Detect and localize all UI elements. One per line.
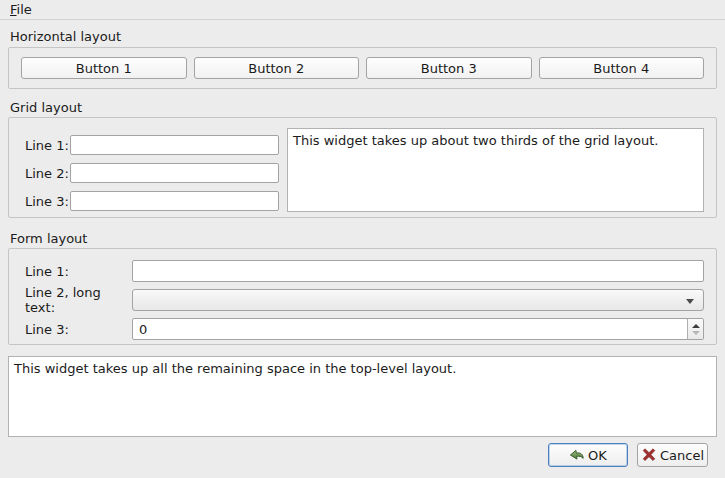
green-enter-arrow-icon <box>569 447 585 463</box>
grid-left-column: Line 1: Line 2: Line 3: <box>21 135 279 211</box>
form-line2-combobox[interactable] <box>132 289 704 311</box>
form-line2-label: Line 2, long text: <box>21 285 132 315</box>
form-line3-label: Line 3: <box>21 322 132 337</box>
dialog-button-row: OK Cancel <box>8 443 717 467</box>
menu-file-label: File <box>10 2 32 17</box>
spinbox-value[interactable] <box>133 319 687 339</box>
grid-line1-label: Line 1: <box>21 138 70 153</box>
groupbox-grid-layout: Line 1: Line 2: Line 3: This widget take… <box>8 117 717 218</box>
form-line1-input[interactable] <box>132 260 704 282</box>
cancel-button[interactable]: Cancel <box>637 443 708 467</box>
menu-file[interactable]: File <box>1 0 41 19</box>
grid-line1-input[interactable] <box>70 135 279 155</box>
form-line1-label: Line 1: <box>21 264 132 279</box>
grid-textedit[interactable]: This widget takes up about two thirds of… <box>287 128 704 212</box>
grid-line3-label: Line 3: <box>21 194 70 209</box>
button-1[interactable]: Button 1 <box>21 57 187 79</box>
menu-bar: File <box>0 0 725 20</box>
grid-row-1: Line 1: <box>21 135 279 155</box>
form-row-1: Line 1: <box>21 260 704 282</box>
button-2[interactable]: Button 2 <box>194 57 360 79</box>
spinbox-buttons <box>687 319 703 339</box>
grid-line3-input[interactable] <box>70 191 279 211</box>
chevron-down-icon <box>686 299 694 304</box>
grid-line2-input[interactable] <box>70 163 279 183</box>
button-4[interactable]: Button 4 <box>539 57 705 79</box>
form-row-2: Line 2, long text: <box>21 289 704 311</box>
form-line3-spinbox[interactable] <box>132 318 704 340</box>
form-row-3: Line 3: <box>21 318 704 340</box>
ok-button[interactable]: OK <box>548 443 628 467</box>
grid-line2-label: Line 2: <box>21 166 70 181</box>
button-3[interactable]: Button 3 <box>366 57 532 79</box>
spin-up-icon[interactable] <box>688 319 703 329</box>
grid-row-2: Line 2: <box>21 163 279 183</box>
groupbox-horizontal-layout: Button 1 Button 2 Button 3 Button 4 <box>8 47 717 89</box>
groupbox-title-horizontal-layout: Horizontal layout <box>10 29 717 44</box>
grid-row-3: Line 3: <box>21 191 279 211</box>
cancel-button-label: Cancel <box>660 448 704 463</box>
bottom-textedit[interactable]: This widget takes up all the remaining s… <box>8 356 717 437</box>
red-x-icon <box>641 447 657 463</box>
groupbox-title-form-layout: Form layout <box>10 231 717 246</box>
dialog-body: Horizontal layout Button 1 Button 2 Butt… <box>0 29 725 467</box>
spin-down-icon[interactable] <box>688 329 703 339</box>
ok-button-label: OK <box>588 448 607 463</box>
groupbox-title-grid-layout: Grid layout <box>10 100 717 115</box>
groupbox-form-layout: Line 1: Line 2, long text: Line 3: <box>8 248 717 345</box>
